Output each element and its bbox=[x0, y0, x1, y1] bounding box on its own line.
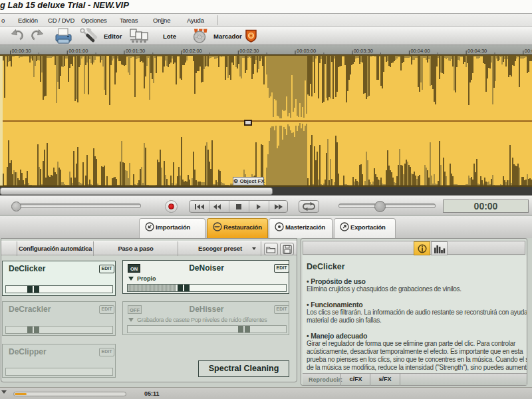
svg-text:00:02:30: 00:02:30 bbox=[239, 48, 259, 54]
svg-text:00:02:00: 00:02:00 bbox=[183, 48, 202, 54]
svg-text:00:05:00: 00:05:00 bbox=[525, 48, 532, 54]
svg-text:00:04:30: 00:04:30 bbox=[467, 48, 487, 54]
svg-text:00:04:00: 00:04:00 bbox=[410, 48, 430, 54]
svg-text:00:01:00: 00:01:00 bbox=[68, 48, 88, 54]
svg-text:00:03:00: 00:03:00 bbox=[297, 48, 316, 54]
svg-text:00:01:30: 00:01:30 bbox=[126, 48, 145, 54]
svg-text:00:03:30: 00:03:30 bbox=[354, 48, 373, 54]
svg-text:00:00:30: 00:00:30 bbox=[12, 48, 31, 54]
